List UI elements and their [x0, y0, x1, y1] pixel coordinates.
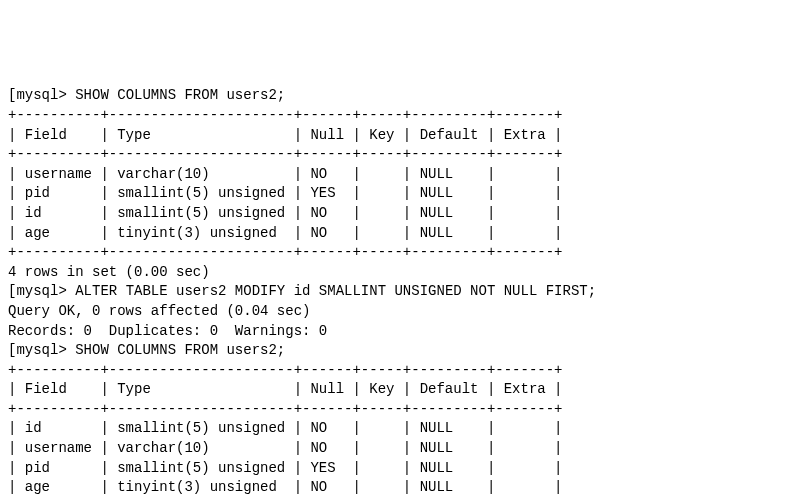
- terminal-line: +----------+----------------------+-----…: [8, 361, 798, 381]
- table-separator: +----------+----------------------+-----…: [8, 244, 563, 260]
- query-result: Records: 0 Duplicates: 0 Warnings: 0: [8, 323, 327, 339]
- terminal-line: +----------+----------------------+-----…: [8, 243, 798, 263]
- table-separator: +----------+----------------------+-----…: [8, 146, 563, 162]
- terminal-line: | pid | smallint(5) unsigned | YES | | N…: [8, 184, 798, 204]
- terminal-line: +----------+----------------------+-----…: [8, 145, 798, 165]
- terminal-line: [mysql> ALTER TABLE users2 MODIFY id SMA…: [8, 282, 798, 302]
- prompt: mysql>: [16, 87, 75, 103]
- terminal-line: | Field | Type | Null | Key | Default | …: [8, 380, 798, 400]
- sql-command[interactable]: ALTER TABLE users2 MODIFY id SMALLINT UN…: [75, 283, 596, 299]
- table-header: | Field | Type | Null | Key | Default | …: [8, 127, 563, 143]
- terminal-line: | username | varchar(10) | NO | | NULL |…: [8, 165, 798, 185]
- query-result: Query OK, 0 rows affected (0.04 sec): [8, 303, 310, 319]
- terminal: [mysql> SHOW COLUMNS FROM users2;+------…: [8, 86, 798, 500]
- terminal-line: | username | varchar(10) | NO | | NULL |…: [8, 439, 798, 459]
- table-row: | username | varchar(10) | NO | | NULL |…: [8, 440, 563, 456]
- table-separator: +----------+----------------------+-----…: [8, 107, 563, 123]
- result-footer: 4 rows in set (0.00 sec): [8, 264, 210, 280]
- terminal-line: | age | tinyint(3) unsigned | NO | | NUL…: [8, 478, 798, 498]
- prompt: mysql>: [16, 342, 75, 358]
- terminal-line: | age | tinyint(3) unsigned | NO | | NUL…: [8, 224, 798, 244]
- terminal-line: Records: 0 Duplicates: 0 Warnings: 0: [8, 322, 798, 342]
- terminal-line: 4 rows in set (0.00 sec): [8, 263, 798, 283]
- table-row: | age | tinyint(3) unsigned | NO | | NUL…: [8, 479, 563, 495]
- table-row: | pid | smallint(5) unsigned | YES | | N…: [8, 460, 563, 476]
- terminal-line: [mysql> SHOW COLUMNS FROM users2;: [8, 86, 798, 106]
- table-separator: +----------+----------------------+-----…: [8, 362, 563, 378]
- terminal-line: | pid | smallint(5) unsigned | YES | | N…: [8, 459, 798, 479]
- prompt: mysql>: [16, 283, 75, 299]
- terminal-line: | id | smallint(5) unsigned | NO | | NUL…: [8, 204, 798, 224]
- terminal-line: [mysql> SHOW COLUMNS FROM users2;: [8, 341, 798, 361]
- table-header: | Field | Type | Null | Key | Default | …: [8, 381, 563, 397]
- sql-command[interactable]: SHOW COLUMNS FROM users2;: [75, 87, 285, 103]
- terminal-line: +----------+----------------------+-----…: [8, 106, 798, 126]
- table-separator: +----------+----------------------+-----…: [8, 401, 563, 417]
- table-row: | id | smallint(5) unsigned | NO | | NUL…: [8, 205, 563, 221]
- sql-command[interactable]: SHOW COLUMNS FROM users2;: [75, 342, 285, 358]
- table-row: | username | varchar(10) | NO | | NULL |…: [8, 166, 563, 182]
- terminal-line: Query OK, 0 rows affected (0.04 sec): [8, 302, 798, 322]
- table-row: | pid | smallint(5) unsigned | YES | | N…: [8, 185, 563, 201]
- table-row: | id | smallint(5) unsigned | NO | | NUL…: [8, 420, 563, 436]
- terminal-line: +----------+----------------------+-----…: [8, 400, 798, 420]
- table-row: | age | tinyint(3) unsigned | NO | | NUL…: [8, 225, 563, 241]
- terminal-line: | id | smallint(5) unsigned | NO | | NUL…: [8, 419, 798, 439]
- terminal-line: | Field | Type | Null | Key | Default | …: [8, 126, 798, 146]
